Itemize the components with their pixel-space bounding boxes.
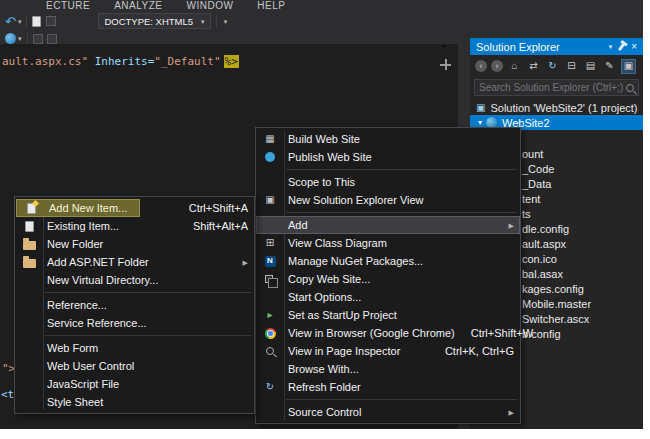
menu-item-add[interactable]: Add ▶: [256, 216, 520, 234]
home-icon[interactable]: ⌂: [507, 59, 522, 74]
doctype-combo[interactable]: DOCTYPE: XHTML5 ▾: [98, 13, 210, 29]
forward-icon[interactable]: ›: [491, 60, 503, 72]
menu-item-label: Build Web Site: [288, 133, 360, 145]
toolbar-overflow-icon[interactable]: ▾: [224, 18, 228, 25]
tree-item-label: bal.asax: [522, 268, 563, 280]
menu-item-label: View Class Diagram: [288, 237, 387, 249]
show-all-files-icon[interactable]: ▤: [583, 59, 598, 74]
menu-item-window[interactable]: WINDOW: [186, 0, 233, 11]
menu-item-help[interactable]: HELP: [257, 0, 285, 11]
menu-item-label: Copy Web Site...: [288, 273, 370, 285]
copy-website-icon: [256, 275, 284, 283]
new-file-icon[interactable]: [32, 16, 41, 27]
menu-item-web-form[interactable]: Web Form: [15, 339, 254, 357]
menu-separator: [286, 399, 517, 400]
menu-item-new-solution-explorer-view[interactable]: ▣ New Solution Explorer View: [256, 191, 520, 209]
menu-item-publish-web-site[interactable]: Publish Web Site: [256, 148, 520, 166]
menu-item-scope-to-this[interactable]: Scope to This: [256, 173, 520, 191]
existing-item-icon: [15, 221, 43, 232]
tree-item-label: ault.aspx: [522, 238, 566, 250]
menu-item-add-aspnet-folder[interactable]: Add ASP.NET Folder ▶: [15, 253, 254, 271]
menu-item-view-in-page-inspector[interactable]: View in Page Inspector Ctrl+K, Ctrl+G: [256, 342, 520, 360]
preview-selected-icon[interactable]: ▣: [621, 59, 636, 74]
nav-dropdown-icon[interactable]: ▼: [441, 43, 448, 50]
menu-item-web-user-control[interactable]: Web User Control: [15, 357, 254, 375]
search-box[interactable]: [474, 79, 639, 96]
toolbar-icon[interactable]: [47, 34, 57, 44]
refresh-icon[interactable]: ↻: [545, 59, 560, 74]
menu-item-label: View in Browser (Google Chrome): [288, 327, 455, 339]
menu-item-label: Reference...: [47, 299, 107, 311]
menu-item-view-class-diagram[interactable]: ⊞ View Class Diagram: [256, 234, 520, 252]
tree-item-label: ount: [522, 148, 543, 160]
solution-explorer-titlebar[interactable]: Solution Explorer ▾ ×: [470, 38, 643, 55]
menu-item-label: Add: [288, 219, 308, 231]
toolbar-separator: [216, 15, 217, 27]
menu-item-add-new-item[interactable]: Add New Item... Ctrl+Shift+A: [15, 199, 254, 217]
menu-item-label: Refresh Folder: [288, 381, 361, 393]
menu-item-new-virtual-directory[interactable]: New Virtual Directory...: [15, 271, 254, 289]
chevron-down-icon[interactable]: ▾: [18, 18, 22, 25]
solution-explorer-toolbar: ‹ › ⌂ ⇄ ↻ ⊟ ▤ ✎ ▣: [470, 55, 643, 77]
browser-select-icon[interactable]: [5, 33, 16, 44]
menu-item-copy-web-site[interactable]: Copy Web Site...: [256, 270, 520, 288]
menu-shortcut: Ctrl+Shift+W: [455, 327, 533, 339]
menu-item-refresh-folder[interactable]: ↻ Refresh Folder: [256, 378, 520, 396]
tree-item-label: kages.config: [522, 283, 584, 295]
code-string: ault.aspx.cs": [2, 55, 88, 68]
add-submenu: Add New Item... Ctrl+Shift+A Existing It…: [14, 196, 255, 414]
chevron-down-icon[interactable]: ▾: [18, 35, 22, 42]
toolbar-row-1: ↶ ▾ DOCTYPE: XHTML5 ▾ ▾: [0, 12, 455, 30]
menu-item-source-control[interactable]: Source Control ▶: [256, 403, 520, 421]
close-icon[interactable]: ×: [631, 42, 637, 52]
menu-item-start-options[interactable]: Start Options...: [256, 288, 520, 306]
expander-icon[interactable]: ▾: [478, 119, 482, 127]
tree-item-label: Switcher.ascx: [522, 313, 589, 325]
menu-bar: ECTURE ANALYZE WINDOW HELP: [0, 0, 643, 11]
menu-item-label: View in Page Inspector: [288, 345, 400, 357]
panel-title: Solution Explorer: [476, 41, 560, 53]
scrollbar-split-icon[interactable]: [440, 59, 451, 70]
tree-item-label: Solution 'WebSite2' (1 project): [490, 102, 637, 114]
properties-icon[interactable]: ✎: [602, 59, 617, 74]
menu-item-label: Start Options...: [288, 291, 361, 303]
window-position-icon[interactable]: ▾: [609, 43, 613, 50]
menu-item-javascript-file[interactable]: JavaScript File: [15, 375, 254, 393]
menu-item-set-as-startup-project[interactable]: ▸ Set as StartUp Project: [256, 306, 520, 324]
toolbar-icon[interactable]: [33, 34, 43, 44]
menu-item-build-web-site[interactable]: ▦ Build Web Site: [256, 130, 520, 148]
refresh-icon: ↻: [256, 382, 284, 392]
sync-icon[interactable]: ⇄: [526, 59, 541, 74]
menu-item-service-reference[interactable]: Service Reference...: [15, 314, 254, 332]
aspnet-folder-icon: [15, 256, 43, 268]
menu-item-label: Web User Control: [47, 360, 134, 372]
titlebar-icons: ▾ ×: [609, 42, 637, 52]
menu-item-new-folder[interactable]: New Folder: [15, 235, 254, 253]
menu-item-label: Browse With...: [288, 363, 359, 375]
menu-item-manage-nuget-packages[interactable]: N Manage NuGet Packages...: [256, 252, 520, 270]
menu-item-label: Add New Item...: [49, 202, 127, 214]
menu-item-existing-item[interactable]: Existing Item... Shift+Alt+A: [15, 217, 254, 235]
tree-item-solution[interactable]: ▣ Solution 'WebSite2' (1 project): [470, 100, 643, 115]
search-icon[interactable]: [626, 84, 634, 92]
menu-item-analyze[interactable]: ANALYZE: [114, 0, 162, 11]
menu-separator: [45, 292, 251, 293]
navigate-back-icon[interactable]: ↶: [5, 15, 16, 28]
menu-separator: [45, 335, 251, 336]
menu-item-browse-with[interactable]: Browse With...: [256, 360, 520, 378]
nuget-icon: N: [256, 256, 284, 267]
menu-item-view-in-browser[interactable]: View in Browser (Google Chrome) Ctrl+Shi…: [256, 324, 520, 342]
menu-item-label: Add ASP.NET Folder: [47, 256, 149, 268]
pin-icon[interactable]: [618, 42, 625, 50]
menu-item-reference[interactable]: Reference...: [15, 296, 254, 314]
toolbar-separator: [26, 15, 27, 27]
search-input[interactable]: [479, 82, 626, 93]
menu-item-label: New Solution Explorer View: [288, 194, 424, 206]
menu-item-architecture[interactable]: ECTURE: [46, 0, 90, 11]
back-icon[interactable]: ‹: [475, 60, 487, 72]
collapse-all-icon[interactable]: ⊟: [564, 59, 579, 74]
tree-item-label: ts: [522, 208, 531, 220]
menu-item-style-sheet[interactable]: Style Sheet: [15, 393, 254, 411]
screenshot-canvas: ECTURE ANALYZE WINDOW HELP ↶ ▾ DOCTYPE: …: [0, 0, 650, 439]
save-icon[interactable]: [46, 16, 56, 26]
